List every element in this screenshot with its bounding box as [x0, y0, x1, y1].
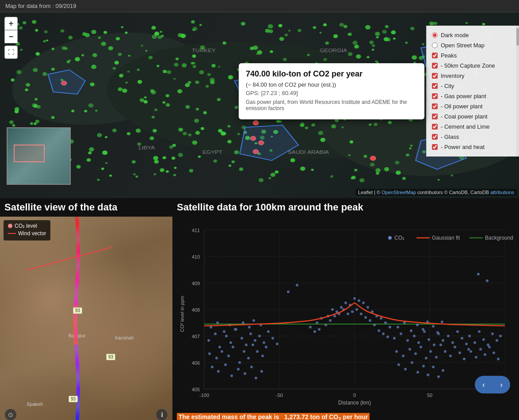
svg-point-128 — [425, 357, 427, 359]
legend-input-4[interactable] — [432, 73, 438, 79]
svg-point-111 — [413, 335, 416, 337]
svg-point-90 — [389, 326, 391, 328]
legend-label-5: - City — [441, 83, 454, 89]
svg-text:-50: -50 — [276, 393, 283, 398]
legend-input-0[interactable] — [432, 32, 438, 38]
prev-button[interactable]: ‹ — [475, 376, 492, 393]
satellite-title: Satellite view of the data — [0, 198, 172, 217]
legend-input-2[interactable] — [432, 53, 438, 58]
legend-item-8[interactable]: - Coal power plant — [432, 111, 514, 122]
map-attribution: Leaflet | © OpenStreetMap contributors ©… — [355, 189, 517, 196]
svg-point-110 — [406, 339, 409, 342]
legend-label-3: - 50km Capture Zone — [441, 62, 495, 69]
svg-point-138 — [397, 326, 399, 328]
svg-point-147 — [397, 363, 400, 366]
svg-point-152 — [427, 374, 429, 376]
svg-point-95 — [333, 315, 336, 317]
legend-input-3[interactable] — [432, 63, 438, 69]
svg-point-89 — [384, 321, 387, 324]
zoom-in-button[interactable]: + — [4, 17, 18, 30]
legend-input-10[interactable] — [432, 134, 438, 140]
svg-point-108 — [393, 337, 396, 340]
legend-input-1[interactable] — [432, 42, 438, 48]
legend-item-7[interactable]: - Oil power plant — [432, 101, 514, 111]
legend-label-6: - Gas power plant — [441, 93, 486, 99]
svg-text:-100: -100 — [199, 393, 209, 398]
svg-point-149 — [411, 361, 413, 364]
satellite-settings-icon[interactable]: ℹ — [156, 409, 168, 420]
legend-item-6[interactable]: - Gas power plant — [432, 91, 514, 101]
satellite-info-icon[interactable]: ⊙ — [4, 409, 17, 420]
svg-point-105 — [378, 329, 380, 332]
city-label-bampur: Bampur — [69, 333, 86, 338]
svg-point-44 — [215, 357, 218, 359]
svg-point-120 — [456, 330, 459, 333]
legend-input-7[interactable] — [432, 103, 438, 109]
legend-item-10[interactable]: - Glass — [432, 132, 514, 142]
svg-text:Distance (km): Distance (km) — [338, 400, 371, 406]
svg-point-151 — [422, 365, 425, 367]
legend-item-11[interactable]: - Power and heat — [432, 142, 514, 152]
legend-input-9[interactable] — [432, 124, 438, 130]
legend-item-5[interactable]: - City — [432, 81, 514, 91]
svg-text:0: 0 — [353, 393, 356, 398]
legend-item-4[interactable]: Inventory — [432, 71, 514, 81]
svg-point-31 — [225, 335, 228, 337]
svg-point-122 — [465, 343, 468, 345]
svg-point-156 — [468, 335, 471, 337]
svg-point-30 — [218, 346, 221, 348]
zoom-out-button[interactable]: − — [4, 30, 18, 43]
svg-point-82 — [353, 297, 356, 300]
svg-point-98 — [347, 313, 349, 315]
svg-point-57 — [223, 330, 225, 333]
svg-point-43 — [208, 352, 211, 355]
legend-input-8[interactable] — [432, 114, 438, 119]
svg-point-125 — [408, 348, 411, 351]
legend-item-1[interactable]: Open Street Map — [432, 40, 514, 50]
chart-svg: 405 406 407 408 409 410 411 -100 -50 0 5… — [177, 221, 515, 407]
svg-point-52 — [256, 350, 259, 353]
svg-point-42 — [276, 343, 279, 345]
legend-item-9[interactable]: - Cement and Lime — [432, 122, 514, 132]
svg-text:50: 50 — [427, 393, 432, 398]
map-container: + − ⛶ 740.00 kilo-ton of CO2 per year (~… — [0, 12, 519, 198]
svg-point-73 — [309, 326, 312, 328]
svg-point-144 — [432, 325, 435, 328]
legend-item-3[interactable]: - 50km Capture Zone — [432, 61, 514, 71]
svg-text:409: 409 — [192, 281, 200, 286]
legend-label-1: Open Street Map — [441, 42, 485, 49]
svg-point-70 — [250, 366, 253, 368]
svg-point-84 — [362, 302, 365, 304]
popup-source: Gas power plant, from World Resources In… — [246, 99, 417, 111]
legend-item-0[interactable]: Dark mode — [432, 30, 514, 40]
svg-point-36 — [249, 332, 252, 335]
svg-point-164 — [469, 350, 472, 353]
next-button[interactable]: › — [492, 376, 510, 393]
wind-legend-row: Wind vector — [8, 230, 46, 237]
legend-scrollbar[interactable] — [516, 26, 519, 157]
svg-point-175 — [388, 236, 392, 240]
road-badge-93a: 93 — [73, 307, 82, 314]
attribution-cartodb1: CartoDB — [449, 190, 468, 195]
legend-input-11[interactable] — [432, 144, 438, 150]
legend-input-6[interactable] — [432, 93, 438, 99]
popup-gps: GPS: [27.23 ; 60.49] — [246, 90, 417, 96]
legend-input-5[interactable] — [432, 83, 438, 89]
svg-point-171 — [287, 290, 290, 293]
mini-map-highlight — [14, 145, 45, 162]
svg-point-64 — [211, 366, 214, 368]
svg-point-94 — [329, 319, 332, 322]
fullscreen-button[interactable]: ⛶ — [4, 46, 18, 59]
svg-point-162 — [496, 339, 498, 342]
svg-point-142 — [422, 328, 424, 331]
svg-point-100 — [355, 308, 358, 311]
chart-bottom-text: The estimated mass of the peak is 1,273.… — [172, 411, 519, 420]
svg-point-40 — [267, 330, 270, 333]
svg-point-39 — [263, 341, 265, 344]
svg-point-45 — [221, 350, 223, 353]
legend-item-2[interactable]: Peaks — [432, 50, 514, 61]
svg-point-117 — [442, 339, 444, 342]
attribution-leaflet: Leaflet — [358, 190, 373, 195]
satellite-bottom-controls: ⊙ ℹ — [0, 409, 172, 420]
svg-point-140 — [410, 329, 412, 332]
